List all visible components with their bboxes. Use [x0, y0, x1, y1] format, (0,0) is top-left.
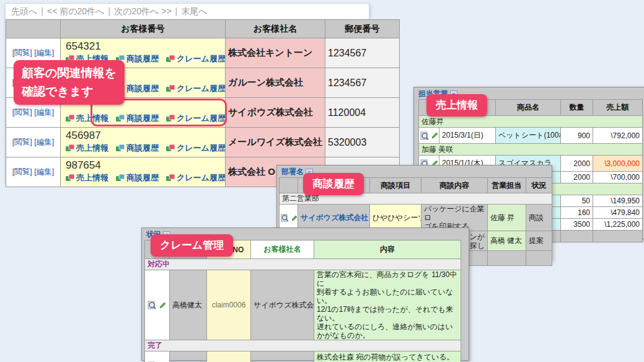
row-icons	[419, 128, 439, 144]
customer-number-cell: 456987 売上情報 商談履歴 クレーム履歴	[61, 128, 226, 157]
company-name: サイボウズ株式会社	[226, 98, 325, 128]
record-link-icon	[116, 144, 125, 152]
nav-last-link[interactable]: 末尾へ	[181, 6, 207, 16]
sales-group-label: 加藤 美咲	[419, 144, 643, 156]
edit-link[interactable]: [編集]	[34, 108, 54, 117]
sales-row: 2015/3/1(日) ペットシート(100枚) 900 \792,000	[419, 128, 643, 144]
edit-link[interactable]: [編集]	[34, 138, 54, 146]
view-link[interactable]: [閲覧]	[12, 138, 32, 146]
col-header-item: 商談項目	[370, 178, 421, 193]
col-header-content: 内容	[314, 241, 461, 259]
postal-code: 1234567	[325, 68, 400, 98]
col-header-qty: 数量	[561, 100, 593, 116]
magnifier-icon[interactable]	[148, 301, 156, 309]
sales-qty: 160	[561, 207, 593, 219]
nego-history-link-label[interactable]: 商談履歴	[126, 53, 159, 64]
pencil-icon[interactable]	[159, 301, 167, 309]
sales-qty: 900	[561, 128, 593, 144]
claim-history-link-label[interactable]: クレーム履歴	[177, 83, 226, 94]
view-link[interactable]: [閲覧]	[12, 48, 32, 57]
claim-row: 高橋健太 claim0006 サイボウズ株式会社 営業の宮木宛に、商品カタログを…	[145, 270, 461, 340]
nego-history-link[interactable]: 商談履歴	[116, 143, 159, 154]
claim-history-link[interactable]: クレーム履歴	[166, 172, 226, 183]
claim-number: claim0006	[207, 270, 251, 340]
edit-link[interactable]: [編集]	[34, 48, 54, 57]
nego-status: 提案	[526, 231, 552, 251]
nav-first-link[interactable]: 先頭へ	[11, 6, 37, 16]
claim-company: サイボウズ株式会社	[251, 270, 314, 340]
col-header-icons	[280, 178, 298, 193]
nego-status: 商談	[526, 205, 552, 231]
record-link-icon	[166, 55, 175, 63]
sales-qty: 3500	[561, 219, 593, 231]
nego-group-field-label[interactable]: 部署名	[281, 167, 304, 177]
claim-person: 高橋健太	[170, 270, 207, 340]
sales-qty: 50	[561, 195, 593, 207]
company-name: メールワイズ株式会社	[226, 128, 325, 157]
claim-management-badge: クレーム管理	[151, 234, 233, 257]
claim-history-link[interactable]: クレーム履歴	[166, 83, 226, 94]
postal-code: 1120004	[325, 98, 400, 128]
sales-amount: \1,225,000	[593, 219, 643, 231]
record-link-icon	[166, 85, 175, 92]
nego-history-link[interactable]: 商談履歴	[116, 172, 159, 183]
view-link[interactable]: [閲覧]	[12, 167, 32, 176]
row-icons	[145, 270, 170, 340]
sales-info-link-label[interactable]: 売上情報	[76, 172, 108, 183]
customer-number: 987654	[66, 159, 220, 172]
customer-table-header: お客様番号 お客様社名 郵便番号	[6, 20, 400, 38]
sales-qty: 2000	[561, 172, 593, 183]
col-header-person: 営業担当	[488, 178, 526, 193]
magnifier-icon[interactable]	[420, 131, 429, 140]
record-link-icon	[166, 144, 175, 152]
sales-amount: \149,950	[593, 195, 643, 207]
claim-history-link-label[interactable]: クレーム履歴	[177, 172, 226, 183]
sales-info-link[interactable]: 売上情報	[66, 143, 108, 154]
view-link[interactable]: [閲覧]	[12, 108, 32, 117]
claim-history-link-label[interactable]: クレーム履歴	[177, 53, 226, 64]
nego-person: 佐藤 昇	[488, 205, 526, 231]
sales-product: ペットシート(100枚)	[496, 128, 561, 144]
edit-link[interactable]: [編集]	[34, 167, 54, 176]
nav-separator: |	[41, 6, 43, 16]
pencil-icon[interactable]	[431, 131, 439, 139]
claim-number: claim0005	[207, 351, 251, 362]
claim-history-link-label[interactable]: クレーム履歴	[177, 143, 226, 154]
nego-history-link-label[interactable]: 商談履歴	[126, 143, 159, 154]
col-header-company-name: お客様社名	[226, 20, 325, 38]
sales-info-link-label[interactable]: 売上情報	[76, 143, 108, 154]
claim-company: サイボウズ株式会社	[251, 351, 314, 362]
pagination-bar: 先頭へ|<< 前の20件へ|次の20件へ >>|末尾へ	[6, 4, 369, 19]
nav-separator: |	[108, 6, 110, 16]
col-header-customer-number: お客様番号	[61, 20, 226, 38]
nav-separator: |	[175, 6, 178, 16]
record-link-icon	[66, 144, 74, 152]
sales-amount: \792,000	[593, 128, 643, 144]
company-name: ガルーン株式会社	[226, 68, 325, 98]
magnifier-icon[interactable]	[281, 214, 289, 222]
claim-history-link[interactable]: クレーム履歴	[166, 53, 226, 64]
nego-history-link-label[interactable]: 商談履歴	[126, 172, 159, 183]
sales-qty: 2000	[561, 156, 593, 172]
sales-date: 2015/3/1(日)	[439, 128, 496, 144]
postal-code: 5320003	[325, 128, 400, 157]
claim-history-link[interactable]: クレーム履歴	[166, 143, 226, 154]
claim-group-row: 対応中	[145, 259, 461, 270]
record-link-icon	[116, 174, 125, 182]
col-header-amount: 売上額	[593, 100, 643, 116]
claim-group-row: 完了	[145, 340, 461, 351]
row-actions: [閲覧] [編集]	[6, 128, 61, 157]
nav-next-link[interactable]: 次の20件へ >>	[114, 6, 171, 16]
sales-info-link[interactable]: 売上情報	[66, 172, 108, 183]
nav-prev-link[interactable]: << 前の20件へ	[47, 6, 104, 16]
nego-person: 高橋 健太	[488, 231, 526, 251]
claim-group-label: 完了	[145, 340, 461, 351]
record-link-icon	[66, 115, 74, 122]
pencil-icon[interactable]	[291, 214, 298, 222]
sales-amount-alert: \3,000,000	[593, 156, 643, 172]
nego-history-link-label[interactable]: 商談履歴	[126, 83, 159, 94]
callout-line1: 顧客の関連情報を	[22, 64, 117, 82]
col-header-postal-code: 郵便番号	[325, 20, 400, 38]
claim-content: 株式会社森 宛の荷物が誤ってきている。 住所は、サイボウズ株式会社の住所。 早急…	[314, 351, 461, 362]
sales-group-row: 佐藤昇	[419, 116, 643, 128]
